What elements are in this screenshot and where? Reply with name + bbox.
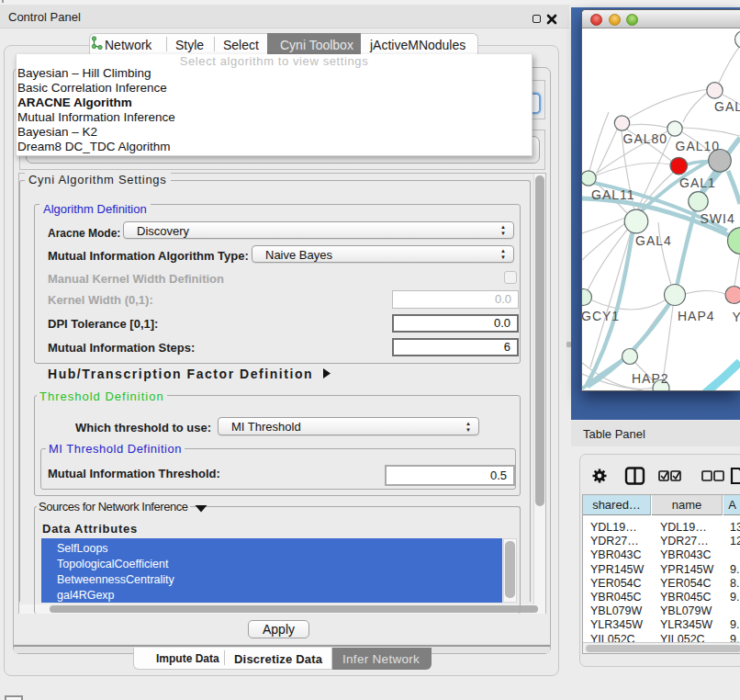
svg-text:Y: Y [733,310,740,324]
svg-text:GAL10: GAL10 [676,139,721,153]
svg-text:GAL80: GAL80 [623,131,668,146]
svg-text:GAL: GAL [714,99,740,114]
svg-text:GAL11: GAL11 [591,187,635,202]
svg-text:GAL1: GAL1 [679,175,716,190]
svg-text:HAP2: HAP2 [632,371,669,386]
svg-text:GCY1: GCY1 [582,309,620,323]
svg-text:GAL4: GAL4 [635,233,672,248]
svg-text:SWI4: SWI4 [701,211,735,226]
svg-text:HAP4: HAP4 [678,309,715,323]
